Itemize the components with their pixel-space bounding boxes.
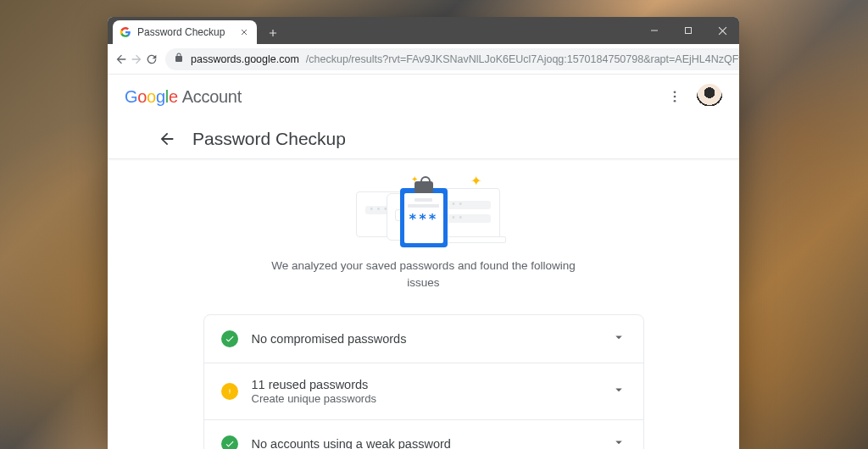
app-header: Google Account xyxy=(108,75,739,119)
chevron-down-icon xyxy=(611,382,626,401)
asterisks: *** xyxy=(409,211,438,227)
hero: ✦ ✦ *** We analyzed your saved passwor xyxy=(108,159,739,299)
app-menu-icon[interactable] xyxy=(663,85,687,108)
reload-button[interactable] xyxy=(145,47,159,71)
google-account-logo[interactable]: Google Account xyxy=(125,87,242,107)
page-sub-header: Password Checkup xyxy=(108,119,739,159)
browser-toolbar: passwords.google.com /checkup/results?rv… xyxy=(108,44,739,75)
tab-active[interactable]: Password Checkup xyxy=(113,20,257,44)
address-bar[interactable]: passwords.google.com /checkup/results?rv… xyxy=(165,48,739,70)
chevron-down-icon xyxy=(611,435,626,450)
results-panel: No compromised passwords 11 reused passw… xyxy=(203,314,644,450)
clipboard-icon: *** xyxy=(400,188,448,247)
maximize-button[interactable] xyxy=(671,17,705,44)
url-path: /checkup/results?rvt=FAv9JKSNavNlLJoK6EU… xyxy=(306,53,739,65)
svg-point-4 xyxy=(674,91,676,93)
browser-window: Password Checkup passwords.google.com /c… xyxy=(108,17,739,449)
svg-rect-0 xyxy=(686,28,692,34)
tab-close-icon[interactable] xyxy=(238,26,250,38)
new-tab-button[interactable] xyxy=(262,22,284,44)
window-controls xyxy=(637,17,739,44)
chevron-down-icon xyxy=(611,330,626,348)
page-title: Password Checkup xyxy=(192,129,346,149)
avatar[interactable] xyxy=(697,84,722,109)
check-warn-icon xyxy=(221,383,238,400)
svg-point-6 xyxy=(674,100,676,103)
hero-illustration: ✦ ✦ *** xyxy=(314,173,534,249)
lock-icon xyxy=(174,53,184,65)
row-title: No accounts using a weak password xyxy=(252,437,598,450)
row-title: 11 reused passwords xyxy=(252,378,598,391)
page-content: Google Account Password Checkup ✦ ✦ xyxy=(108,75,739,449)
result-row-weak[interactable]: No accounts using a weak password xyxy=(204,419,643,450)
row-title: No compromised passwords xyxy=(252,332,598,346)
google-favicon xyxy=(120,26,131,38)
titlebar: Password Checkup xyxy=(108,17,739,44)
check-ok-icon xyxy=(221,330,238,347)
tabstrip: Password Checkup xyxy=(108,17,637,44)
minimize-button[interactable] xyxy=(637,17,671,44)
result-row-reused[interactable]: 11 reused passwords Create unique passwo… xyxy=(204,363,643,419)
svg-point-5 xyxy=(674,96,676,98)
tab-title: Password Checkup xyxy=(137,26,232,38)
result-row-compromised[interactable]: No compromised passwords xyxy=(204,315,643,363)
check-ok-icon xyxy=(221,435,238,450)
forward-button[interactable] xyxy=(130,47,143,71)
brand-suffix: Account xyxy=(182,87,242,107)
close-window-button[interactable] xyxy=(705,17,739,44)
row-subtitle: Create unique passwords xyxy=(252,392,598,405)
hero-summary: We analyzed your saved passwords and fou… xyxy=(271,258,576,292)
page-back-button[interactable] xyxy=(157,129,177,149)
back-button[interactable] xyxy=(114,47,128,71)
url-host: passwords.google.com xyxy=(191,53,299,65)
